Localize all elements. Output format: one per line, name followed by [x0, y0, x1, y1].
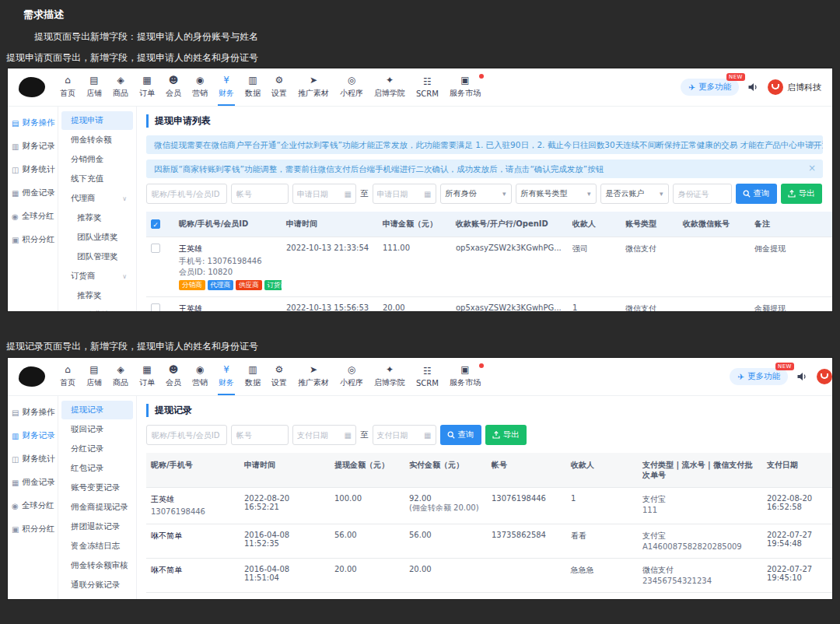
cloud-account-select[interactable]: 是否云账户 ▾ — [600, 184, 669, 204]
submenu-item[interactable]: 红包记录 — [61, 459, 133, 478]
sidebar-item-finance-records[interactable]: ▥财务记录 — [8, 135, 58, 158]
nav-item-finance[interactable]: ¥财务 — [213, 68, 240, 106]
withdraw-apply-table: ✓昵称/手机号/会员ID申请时间申请金额（元）收款账号/开户行/OpenID收款… — [146, 212, 832, 311]
nav-item-shop[interactable]: ▤店铺 — [81, 358, 107, 395]
pay-date-start-input[interactable]: ▦ — [292, 425, 356, 445]
nav-item-data[interactable]: ▥数据 — [240, 68, 266, 106]
sidebar-item-finance-ops[interactable]: ▤财务操作 — [8, 111, 58, 135]
submenu-item[interactable]: 团队业绩奖 — [61, 306, 133, 311]
row-checkbox[interactable] — [151, 244, 160, 253]
order-icon: ▦ — [142, 365, 151, 375]
submenu-item[interactable]: 分销佣金 — [61, 150, 133, 169]
nav-item-promo-material[interactable]: ➤推广素材 — [292, 68, 334, 106]
nav-item-order[interactable]: ▦订单 — [134, 68, 160, 106]
select-all-checkbox[interactable]: ✓ — [151, 219, 160, 229]
nav-item-marketing[interactable]: ◉营销 — [187, 68, 213, 106]
nav-item-settings[interactable]: ⚙设置 — [266, 68, 292, 106]
nav-item-service-market[interactable]: ▣服务市场 — [444, 358, 486, 395]
date-input[interactable] — [297, 431, 345, 440]
nav-item-qibo-academy[interactable]: ✦启博学院 — [369, 358, 411, 395]
nav-item-order[interactable]: ▦订单 — [134, 358, 160, 395]
nav-item-finance[interactable]: ¥财务 — [213, 358, 240, 395]
submenu-item[interactable]: 推荐奖 — [61, 286, 133, 305]
submenu-item[interactable]: 团队管理奖 — [61, 247, 133, 266]
submenu-item[interactable]: 拼团退款记录 — [61, 517, 133, 536]
nav-item-service-market[interactable]: ▣服务市场 — [444, 68, 486, 106]
nav-item-goods[interactable]: ◈商品 — [107, 68, 134, 106]
submenu-item[interactable]: 通联分账记录 — [61, 576, 133, 594]
keyword-input[interactable] — [146, 184, 227, 204]
nav-item-marketing[interactable]: ◉营销 — [187, 358, 213, 395]
sidebar-item-label: 佣金记录 — [22, 477, 54, 488]
submenu-item[interactable]: 提现记录 — [61, 401, 133, 419]
filter-bar: ▦ 至 ▦ 查询 导出 — [146, 425, 823, 445]
sidebar-item-finance-stats[interactable]: ◫财务统计 — [8, 158, 58, 181]
submenu-item[interactable]: 分红记录 — [61, 440, 133, 458]
apply-date-start-input[interactable]: ▦ — [292, 184, 356, 204]
export-button[interactable]: 导出 — [485, 425, 527, 445]
date-input[interactable] — [377, 431, 425, 440]
submenu-item[interactable]: 佣金转余额审核 — [61, 556, 133, 575]
row-checkbox[interactable] — [151, 303, 160, 311]
nav-item-settings[interactable]: ⚙设置 — [266, 358, 292, 395]
submenu-item[interactable]: 驳回记录 — [61, 420, 133, 439]
submenu-item[interactable]: 资金冻结日志 — [61, 537, 133, 556]
submenu-item[interactable]: 提现申请 — [61, 111, 133, 130]
submenu-item[interactable]: 代理商∨ — [61, 189, 133, 208]
identity-select[interactable]: 所有身份 ▾ — [440, 184, 512, 204]
submenu-item[interactable]: 账号变更记录 — [61, 479, 133, 497]
sidebar-item-points-dividend[interactable]: ▣积分分红 — [8, 517, 58, 541]
date-input[interactable] — [297, 190, 345, 198]
rocket-icon: ✈ — [737, 372, 744, 381]
sidebar-item-finance-stats[interactable]: ◫财务统计 — [8, 447, 58, 471]
announcement-speaker-icon[interactable] — [797, 372, 807, 381]
apply-date-end-input[interactable]: ▦ — [373, 184, 436, 204]
nav-item-data[interactable]: ▥数据 — [240, 358, 266, 395]
export-button[interactable]: 导出 — [781, 184, 822, 204]
more-features-button[interactable]: ✈ 更多功能 NEW — [730, 368, 788, 385]
brand-account[interactable]: 启博科技 — [817, 369, 832, 384]
brand-account[interactable]: 启博科技 — [768, 79, 821, 95]
nav-item-scrm[interactable]: ☷SCRM — [411, 68, 444, 106]
nav-item-home[interactable]: ⌂首页 — [54, 68, 81, 106]
id-number-input[interactable] — [673, 184, 732, 204]
nav-item-home[interactable]: ⌂首页 — [54, 358, 81, 395]
nav-item-mini-program[interactable]: ◎小程序 — [334, 358, 369, 395]
date-input[interactable] — [377, 190, 425, 198]
close-icon[interactable]: × — [808, 138, 816, 149]
sidebar-item-finance-records[interactable]: ▥财务记录 — [8, 424, 58, 447]
search-button[interactable]: 查询 — [736, 184, 777, 204]
nav-item-promo-material[interactable]: ➤推广素材 — [292, 358, 334, 395]
mini-program-icon: ◎ — [348, 75, 355, 86]
submenu-item[interactable]: 推荐奖 — [61, 209, 133, 227]
keyword-input[interactable] — [146, 425, 227, 445]
nav-item-member[interactable]: ☻会员 — [160, 358, 187, 395]
search-button[interactable]: 查询 — [440, 425, 481, 445]
nav-item-scrm[interactable]: ☷SCRM — [411, 358, 444, 395]
announcement-speaker-icon[interactable] — [748, 82, 758, 92]
sidebar-item-global-dividend[interactable]: ◉全球分红 — [8, 205, 58, 228]
nav-item-qibo-academy[interactable]: ✦启博学院 — [369, 68, 411, 106]
nav-item-shop[interactable]: ▤店铺 — [81, 68, 107, 106]
more-features-button[interactable]: ✈ 更多功能 NEW — [681, 79, 739, 96]
submenu-item[interactable]: 佣金商提现记录 — [61, 498, 133, 517]
pay-date-end-input[interactable]: ▦ — [373, 425, 436, 445]
sidebar-item-commission-records[interactable]: ▦佣金记录 — [8, 471, 58, 494]
nav-item-member[interactable]: ☻会员 — [160, 68, 187, 106]
account-type-select[interactable]: 所有账号类型 ▾ — [516, 184, 597, 204]
account-input[interactable] — [231, 425, 289, 445]
sidebar-item-global-dividend[interactable]: ◉全球分红 — [8, 494, 58, 517]
submenu-item[interactable]: 线下充值 — [61, 170, 133, 188]
sidebar-item-points-dividend[interactable]: ▣积分分红 — [8, 228, 58, 251]
account-input[interactable] — [231, 184, 289, 204]
nav-item-goods[interactable]: ◈商品 — [107, 358, 134, 395]
submenu-item[interactable]: 团队业绩奖 — [61, 228, 133, 247]
sidebar-item-finance-ops[interactable]: ▤财务操作 — [8, 401, 58, 424]
sidebar-item-commission-records[interactable]: ▦佣金记录 — [8, 181, 58, 205]
submenu-item[interactable]: 订货商∨ — [61, 267, 133, 286]
nav-item-mini-program[interactable]: ◎小程序 — [334, 68, 369, 106]
export-icon — [788, 190, 796, 198]
close-icon[interactable]: × — [808, 163, 816, 174]
column-header: 昵称/手机号 — [146, 453, 240, 488]
submenu-item[interactable]: 佣金转余额 — [61, 131, 133, 149]
